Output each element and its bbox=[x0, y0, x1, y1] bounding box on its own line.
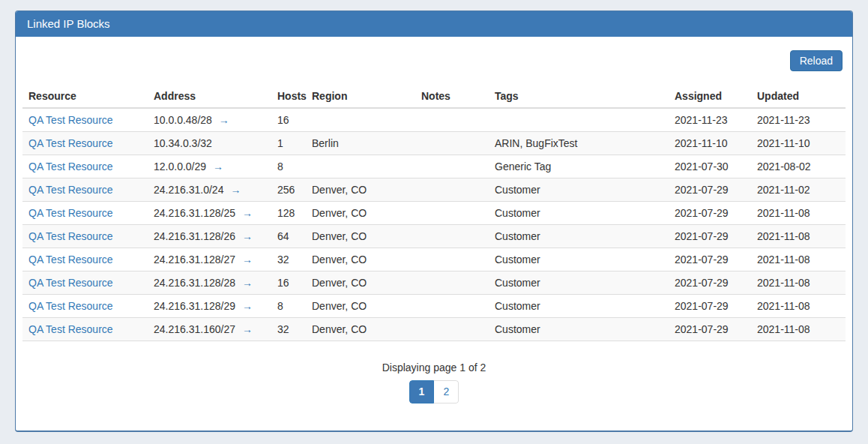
table-row: QA Test Resource24.216.31.128/28→16Denve… bbox=[22, 272, 846, 295]
resource-link[interactable]: QA Test Resource bbox=[28, 277, 113, 289]
cell-region: Denver, CO bbox=[306, 295, 415, 318]
cell-address: 10.0.0.48/28→ bbox=[148, 108, 271, 132]
page-button-2[interactable]: 2 bbox=[434, 380, 459, 404]
column-header-updated: Updated bbox=[751, 85, 846, 108]
resource-link[interactable]: QA Test Resource bbox=[28, 254, 113, 266]
cell-assigned: 2021-11-10 bbox=[669, 132, 751, 155]
table-row: QA Test Resource24.216.31.160/27→32Denve… bbox=[22, 318, 846, 341]
table-row: QA Test Resource10.34.0.3/321BerlinARIN,… bbox=[22, 132, 846, 155]
cell-notes bbox=[415, 272, 489, 295]
cell-hosts: 32 bbox=[271, 248, 306, 272]
address-text: 24.216.31.160/27 bbox=[154, 323, 235, 335]
cell-assigned: 2021-11-23 bbox=[669, 108, 751, 132]
cell-address: 12.0.0.0/29→ bbox=[148, 155, 271, 178]
goto-block-arrow-icon[interactable]: → bbox=[242, 277, 253, 289]
cell-region: Denver, CO bbox=[306, 202, 415, 225]
resource-link[interactable]: QA Test Resource bbox=[28, 137, 113, 149]
cell-address: 24.216.31.128/27→ bbox=[148, 248, 271, 272]
resource-link[interactable]: QA Test Resource bbox=[28, 207, 113, 219]
goto-block-arrow-icon[interactable]: → bbox=[242, 323, 253, 335]
cell-resource: QA Test Resource bbox=[22, 108, 148, 132]
cell-region bbox=[306, 155, 415, 178]
cell-hosts: 8 bbox=[271, 155, 306, 178]
cell-hosts: 8 bbox=[271, 295, 306, 318]
goto-block-arrow-icon[interactable]: → bbox=[242, 207, 253, 219]
table-row: QA Test Resource24.216.31.128/25→128Denv… bbox=[22, 202, 846, 225]
table-row: QA Test Resource24.216.31.0/24→256Denver… bbox=[22, 178, 846, 202]
cell-region bbox=[306, 108, 415, 132]
cell-assigned: 2021-07-29 bbox=[669, 295, 751, 318]
cell-resource: QA Test Resource bbox=[22, 155, 148, 178]
toolbar: Reload bbox=[22, 50, 846, 72]
cell-updated: 2021-11-08 bbox=[751, 248, 846, 272]
resource-link[interactable]: QA Test Resource bbox=[28, 230, 113, 242]
table-row: QA Test Resource24.216.31.128/27→32Denve… bbox=[22, 248, 846, 272]
table-row: QA Test Resource12.0.0.0/29→8Generic Tag… bbox=[22, 155, 846, 178]
cell-updated: 2021-08-02 bbox=[751, 155, 846, 178]
pagination: 12 bbox=[409, 380, 459, 404]
ip-blocks-table: ResourceAddressHostsRegionNotesTagsAssig… bbox=[22, 85, 846, 341]
cell-assigned: 2021-07-29 bbox=[669, 248, 751, 272]
resource-link[interactable]: QA Test Resource bbox=[28, 184, 113, 196]
goto-block-arrow-icon[interactable]: → bbox=[242, 230, 253, 242]
cell-assigned: 2021-07-29 bbox=[669, 272, 751, 295]
cell-notes bbox=[415, 108, 489, 132]
cell-tags bbox=[489, 108, 669, 132]
column-header-hosts: Hosts bbox=[271, 85, 306, 108]
cell-tags: Customer bbox=[489, 272, 669, 295]
cell-tags: Generic Tag bbox=[489, 155, 669, 178]
cell-address: 24.216.31.0/24→ bbox=[148, 178, 271, 202]
column-header-notes: Notes bbox=[415, 85, 489, 108]
cell-tags: Customer bbox=[489, 248, 669, 272]
reload-button[interactable]: Reload bbox=[790, 50, 843, 71]
table-header-row: ResourceAddressHostsRegionNotesTagsAssig… bbox=[22, 85, 846, 108]
cell-resource: QA Test Resource bbox=[22, 295, 148, 318]
cell-assigned: 2021-07-29 bbox=[669, 178, 751, 202]
page-button-1[interactable]: 1 bbox=[409, 380, 435, 404]
resource-link[interactable]: QA Test Resource bbox=[28, 300, 113, 312]
page-status-text: Displaying page 1 of 2 bbox=[22, 362, 846, 374]
cell-tags: ARIN, BugFixTest bbox=[489, 132, 669, 155]
cell-region: Denver, CO bbox=[306, 225, 415, 248]
resource-link[interactable]: QA Test Resource bbox=[28, 160, 113, 172]
resource-link[interactable]: QA Test Resource bbox=[28, 323, 113, 335]
cell-hosts: 32 bbox=[271, 318, 306, 341]
table-row: QA Test Resource10.0.0.48/28→162021-11-2… bbox=[22, 108, 846, 132]
address-text: 24.216.31.0/24 bbox=[154, 184, 223, 196]
cell-assigned: 2021-07-30 bbox=[669, 155, 751, 178]
table-row: QA Test Resource24.216.31.128/29→8Denver… bbox=[22, 295, 846, 318]
cell-region: Denver, CO bbox=[306, 272, 415, 295]
cell-address: 24.216.31.128/29→ bbox=[148, 295, 271, 318]
column-header-tags: Tags bbox=[489, 85, 669, 108]
cell-assigned: 2021-07-29 bbox=[669, 202, 751, 225]
goto-block-arrow-icon[interactable]: → bbox=[219, 114, 229, 126]
linked-ip-blocks-panel: Linked IP Blocks Reload ResourceAddressH… bbox=[15, 10, 853, 432]
cell-hosts: 128 bbox=[271, 202, 306, 225]
goto-block-arrow-icon[interactable]: → bbox=[242, 300, 253, 312]
goto-block-arrow-icon[interactable]: → bbox=[213, 160, 223, 172]
cell-region: Denver, CO bbox=[306, 248, 415, 272]
cell-notes bbox=[415, 178, 489, 202]
resource-link[interactable]: QA Test Resource bbox=[28, 114, 113, 126]
cell-updated: 2021-11-02 bbox=[751, 178, 846, 202]
cell-hosts: 64 bbox=[271, 225, 306, 248]
cell-resource: QA Test Resource bbox=[22, 225, 148, 248]
cell-resource: QA Test Resource bbox=[22, 202, 148, 225]
column-header-region: Region bbox=[306, 85, 415, 108]
cell-updated: 2021-11-08 bbox=[751, 272, 846, 295]
cell-tags: Customer bbox=[489, 178, 669, 202]
cell-hosts: 16 bbox=[271, 272, 306, 295]
goto-block-arrow-icon[interactable]: → bbox=[230, 184, 241, 196]
cell-address: 24.216.31.128/26→ bbox=[148, 225, 271, 248]
cell-resource: QA Test Resource bbox=[22, 272, 148, 295]
cell-tags: Customer bbox=[489, 202, 669, 225]
pagination-container: 12 bbox=[22, 380, 846, 404]
goto-block-arrow-icon[interactable]: → bbox=[242, 254, 253, 266]
panel-header: Linked IP Blocks bbox=[16, 11, 852, 37]
cell-hosts: 16 bbox=[271, 108, 306, 132]
cell-notes bbox=[415, 248, 489, 272]
column-header-address: Address bbox=[148, 85, 271, 108]
cell-updated: 2021-11-08 bbox=[751, 295, 846, 318]
address-text: 24.216.31.128/26 bbox=[154, 230, 235, 242]
cell-region: Denver, CO bbox=[306, 178, 415, 202]
